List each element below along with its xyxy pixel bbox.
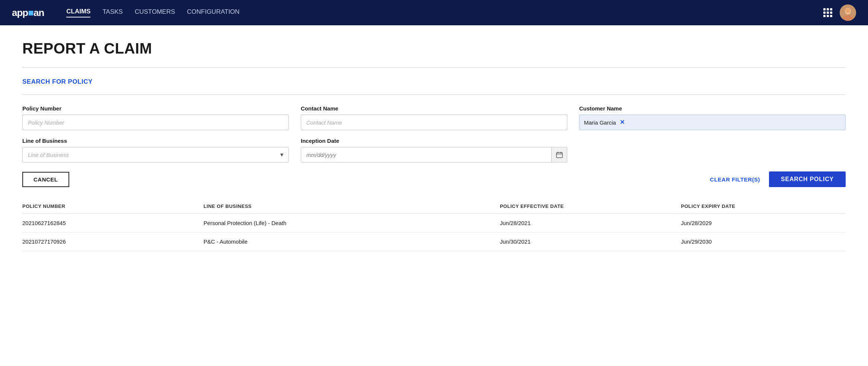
apps-grid-icon[interactable] [823,8,832,17]
policy-number-group: Policy Number [22,105,289,130]
user-avatar[interactable] [840,4,856,21]
col-header-expiry-date: POLICY EXPIRY DATE [681,199,846,214]
cell-line-of-business: Personal Protection (Life) - Death [204,214,500,232]
nav-configuration[interactable]: CONFIGURATION [187,8,239,17]
cell-effective-date: Jun/30/2021 [500,232,681,251]
customer-name-label: Customer Name [579,105,846,112]
customer-name-value: Maria Garcia [584,119,616,126]
table-body: 20210627162845 Personal Protection (Life… [22,214,846,251]
nav-tasks[interactable]: TASKS [102,8,122,17]
main-content: REPORT A CLAIM SEARCH FOR POLICY Policy … [0,25,868,366]
svg-rect-4 [556,152,562,158]
contact-name-group: Contact Name [301,105,567,130]
cell-line-of-business: P&C - Automobile [204,232,500,251]
navbar-right [823,4,856,21]
form-row-1: Policy Number Contact Name Customer Name… [22,105,846,130]
contact-name-input[interactable] [301,115,567,130]
page-title: REPORT A CLAIM [22,40,846,57]
nav-customers[interactable]: CUSTOMERS [135,8,175,17]
cell-policy-number: 20210727170926 [22,232,204,251]
nav-claims[interactable]: CLAIMS [66,8,90,17]
inception-date-wrapper [301,147,567,163]
app-logo[interactable]: app■an [12,7,44,19]
section-divider [22,94,846,95]
customer-name-group: Customer Name Maria Garcia ✕ [579,105,846,130]
results-table: POLICY NUMBER LINE OF BUSINESS POLICY EF… [22,199,846,251]
policy-number-label: Policy Number [22,105,289,112]
line-of-business-label: Line of Business [22,138,289,144]
table-row[interactable]: 20210727170926 P&C - Automobile Jun/30/2… [22,232,846,251]
section-label: SEARCH FOR POLICY [22,78,846,86]
customer-name-tag: Maria Garcia ✕ [579,115,846,130]
customer-tag-close-icon[interactable]: ✕ [620,119,625,125]
title-divider [22,67,846,68]
contact-name-label: Contact Name [301,105,567,112]
table-row[interactable]: 20210627162845 Personal Protection (Life… [22,214,846,232]
buttons-row: CANCEL CLEAR FILTER(S) SEARCH POLICY [22,171,846,187]
col-header-line-of-business: LINE OF BUSINESS [204,199,500,214]
policy-number-input[interactable] [22,115,289,130]
svg-point-3 [845,8,851,13]
inception-date-input[interactable] [301,147,551,162]
line-of-business-wrapper: Line of Business ▼ [22,147,289,163]
line-of-business-select[interactable]: Line of Business [22,147,289,163]
table-header-row: POLICY NUMBER LINE OF BUSINESS POLICY EF… [22,199,846,214]
cell-expiry-date: Jun/29/2030 [681,232,846,251]
calendar-icon [556,151,563,158]
col-header-effective-date: POLICY EFFECTIVE DATE [500,199,681,214]
logo-text: app■an [12,7,44,19]
nav-links: CLAIMS TASKS CUSTOMERS CONFIGURATION [66,8,808,17]
cell-effective-date: Jun/28/2021 [500,214,681,232]
col-header-policy-number: POLICY NUMBER [22,199,204,214]
table-header: POLICY NUMBER LINE OF BUSINESS POLICY EF… [22,199,846,214]
inception-date-group: Inception Date [301,138,567,163]
clear-filters-button[interactable]: CLEAR FILTER(S) [710,176,760,183]
cancel-button[interactable]: CANCEL [22,172,69,187]
line-of-business-group: Line of Business Line of Business ▼ [22,138,289,163]
form-row-2: Line of Business Line of Business ▼ Ince… [22,138,846,163]
buttons-right: CLEAR FILTER(S) SEARCH POLICY [710,171,846,187]
calendar-icon-button[interactable] [551,147,567,162]
search-policy-button[interactable]: SEARCH POLICY [769,171,846,187]
cell-expiry-date: Jun/28/2029 [681,214,846,232]
inception-date-label: Inception Date [301,138,567,144]
navbar: app■an CLAIMS TASKS CUSTOMERS CONFIGURAT… [0,0,868,25]
cell-policy-number: 20210627162845 [22,214,204,232]
